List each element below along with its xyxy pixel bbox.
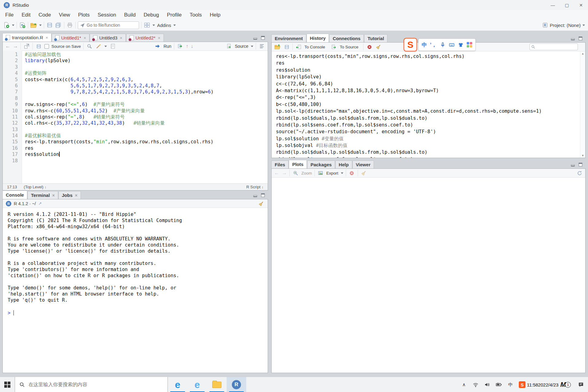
minimize-pane-icon[interactable] bbox=[571, 36, 575, 40]
to-source-icon[interactable] bbox=[331, 43, 337, 50]
refresh-icon[interactable] bbox=[576, 170, 583, 176]
m1-tray-icon[interactable]: M1 bbox=[557, 377, 574, 392]
clear-history-icon[interactable] bbox=[375, 43, 382, 50]
history-entry[interactable]: library(lpSolve) bbox=[276, 74, 580, 80]
popout-window-icon[interactable] bbox=[23, 43, 30, 50]
history-entry[interactable]: res$solution bbox=[276, 67, 580, 74]
chinese-mode-icon[interactable]: 中 bbox=[422, 41, 427, 48]
to-source-button[interactable]: To Source bbox=[340, 45, 359, 49]
minimize-pane-icon[interactable] bbox=[571, 163, 575, 167]
export-caret-icon[interactable] bbox=[341, 172, 343, 174]
previous-plot-icon[interactable]: ← bbox=[274, 170, 279, 176]
remove-entries-icon[interactable] bbox=[366, 43, 373, 50]
source-tab-untitled3[interactable]: Untitled3× bbox=[90, 34, 126, 42]
new-file-caret-icon[interactable] bbox=[12, 24, 14, 26]
scroll-down-icon[interactable]: ▼ bbox=[582, 154, 584, 157]
history-entry[interactable]: res<-lp.transport(costs,"min",row.signs,… bbox=[276, 53, 580, 60]
taskbar-search-input[interactable] bbox=[28, 382, 145, 388]
pane-layout-icon[interactable] bbox=[144, 22, 150, 28]
magic-wand-caret-icon[interactable] bbox=[104, 46, 107, 47]
remove-plot-icon[interactable] bbox=[349, 170, 355, 176]
environment-tab-history[interactable]: History bbox=[307, 34, 329, 42]
history-entry[interactable]: c<-c(72,64, 96.6,84) bbox=[276, 81, 580, 87]
run-icon[interactable] bbox=[154, 43, 161, 50]
start-button[interactable] bbox=[0, 377, 15, 392]
nav-back-icon[interactable]: ← bbox=[5, 43, 10, 49]
goto-input[interactable] bbox=[78, 21, 139, 29]
files-tab-help[interactable]: Help bbox=[335, 160, 352, 168]
export-plot-button[interactable]: Export bbox=[326, 171, 338, 175]
history-entry[interactable]: rbind(lp.sol$duals,lp.sol$duals.from,lp.… bbox=[276, 115, 580, 122]
source-on-save-checkbox[interactable] bbox=[44, 44, 49, 49]
go-down-icon[interactable]: ↓ bbox=[191, 43, 193, 49]
scroll-up-icon[interactable]: ▲ bbox=[582, 52, 584, 55]
history-entry[interactable]: res bbox=[276, 60, 580, 66]
menu-item-debug[interactable]: Debug bbox=[140, 10, 163, 20]
document-outline-icon[interactable] bbox=[258, 43, 265, 50]
clear-plots-icon[interactable] bbox=[360, 170, 367, 176]
open-file-caret-icon[interactable] bbox=[39, 24, 42, 26]
history-entry[interactable]: rbind(lp.sol$duals,lp.sol$duals.from,lp.… bbox=[276, 149, 580, 156]
save-history-icon[interactable] bbox=[283, 43, 290, 50]
search-icon[interactable] bbox=[86, 43, 93, 50]
to-console-icon[interactable] bbox=[295, 43, 302, 50]
close-icon[interactable]: × bbox=[158, 36, 160, 40]
soft-keyboard-icon[interactable] bbox=[449, 42, 455, 48]
source-tab-untitled2[interactable]: Untitled2*× bbox=[126, 34, 164, 42]
new-project-icon[interactable]: R bbox=[19, 22, 26, 28]
menu-item-plots[interactable]: Plots bbox=[74, 10, 94, 20]
console-output[interactable]: R version 4.1.2 (2021-11-01) -- "Bird Hi… bbox=[3, 208, 268, 373]
environment-tab-connections[interactable]: Connections bbox=[329, 34, 364, 42]
history-entry[interactable]: rbind(lp.sol$sens.coef.from,lp.sol$sens.… bbox=[276, 156, 580, 158]
close-icon[interactable]: × bbox=[75, 193, 77, 198]
maximize-button[interactable]: ▢ bbox=[560, 0, 574, 10]
close-icon[interactable]: × bbox=[52, 193, 55, 198]
menu-item-edit[interactable]: Edit bbox=[17, 10, 34, 20]
project-selector[interactable]: R Project: (None) bbox=[542, 20, 585, 31]
history-search-input[interactable] bbox=[535, 44, 573, 50]
close-button[interactable]: ✕ bbox=[574, 0, 588, 10]
files-tab-plots[interactable]: Plots bbox=[289, 160, 307, 168]
punctuation-icon[interactable]: ’， bbox=[430, 41, 437, 48]
menu-item-session[interactable]: Session bbox=[94, 10, 120, 20]
save-icon[interactable] bbox=[46, 22, 53, 28]
to-console-button[interactable]: To Console bbox=[304, 45, 325, 49]
addins-button[interactable]: Addins bbox=[157, 23, 171, 28]
volume-icon[interactable] bbox=[481, 377, 493, 392]
source-caret-icon[interactable] bbox=[251, 46, 253, 47]
menu-item-help[interactable]: Help bbox=[206, 10, 224, 20]
taskbar-app-rstudio[interactable]: R bbox=[227, 377, 246, 392]
magic-wand-icon[interactable] bbox=[95, 43, 102, 50]
history-entry[interactable]: lp.sol$objval #目标函数的值 bbox=[276, 142, 580, 149]
history-scrollbar[interactable]: ▲ ▼ bbox=[580, 51, 585, 158]
history-entries[interactable]: res<-lp.transport(costs,"min",row.signs,… bbox=[272, 51, 580, 158]
rerun-icon[interactable] bbox=[177, 43, 183, 50]
nav-forward-icon[interactable]: → bbox=[13, 43, 18, 49]
menu-item-tools[interactable]: Tools bbox=[186, 10, 206, 20]
maximize-pane-icon[interactable] bbox=[261, 36, 265, 40]
console-tab-terminal[interactable]: Terminal× bbox=[28, 191, 58, 199]
source-icon[interactable] bbox=[226, 43, 232, 50]
taskbar-app-file-explorer[interactable] bbox=[207, 377, 227, 392]
compile-report-icon[interactable] bbox=[109, 43, 116, 50]
save-icon[interactable] bbox=[35, 43, 42, 50]
files-tab-packages[interactable]: Packages bbox=[307, 160, 335, 168]
skin-icon[interactable] bbox=[458, 42, 464, 48]
source-tab-transpotation-r[interactable]: transpotation.R× bbox=[2, 33, 51, 42]
go-up-icon[interactable]: ↑ bbox=[186, 43, 188, 49]
history-entry[interactable]: rbind(lp.sol$sens.coef.from,lp.sol$sens.… bbox=[276, 122, 580, 128]
action-center-icon[interactable] bbox=[574, 377, 588, 392]
menu-item-file[interactable]: File bbox=[1, 10, 17, 20]
open-in-window-icon[interactable]: ↗ bbox=[38, 201, 42, 206]
export-plot-icon[interactable] bbox=[317, 170, 324, 176]
show-hidden-icons-chevron[interactable]: ∧ bbox=[458, 377, 470, 392]
taskbar-app-internet-explorer[interactable]: e bbox=[187, 377, 207, 392]
menu-item-code[interactable]: Code bbox=[35, 10, 55, 20]
maximize-pane-icon[interactable] bbox=[579, 36, 582, 40]
scope-selector[interactable]: (Top Level)↕ bbox=[24, 185, 47, 189]
print-icon[interactable] bbox=[66, 22, 73, 28]
history-entry[interactable]: b<-c(50,480,100) bbox=[276, 101, 580, 108]
menu-item-profile[interactable]: Profile bbox=[163, 10, 186, 20]
maximize-pane-icon[interactable] bbox=[579, 163, 582, 167]
input-language-indicator[interactable]: 中 bbox=[505, 377, 516, 392]
